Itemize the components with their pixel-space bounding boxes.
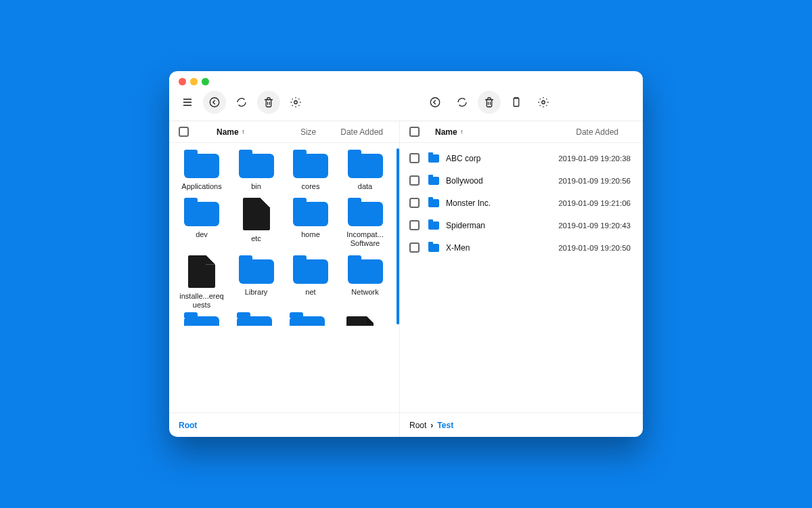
grid-item-peek[interactable]	[177, 316, 226, 326]
refresh-button-left[interactable]	[230, 91, 253, 114]
back-button-left[interactable]	[203, 91, 226, 114]
svg-rect-10	[514, 98, 519, 106]
file-manager-window: Name ↑ Size Date Added Applicationsbinco…	[169, 71, 643, 437]
grid-item-label: Applications	[181, 182, 221, 191]
select-all-checkbox-right[interactable]	[409, 127, 428, 137]
folder-icon	[428, 244, 439, 252]
grid-item[interactable]: data	[341, 150, 390, 191]
grid-item-label: data	[358, 182, 372, 191]
list-item[interactable]: Spiderman2019-01-09 19:20:43	[400, 214, 643, 236]
column-name-right[interactable]: Name ↑	[435, 127, 464, 137]
grid-item-peek[interactable]	[336, 316, 384, 326]
folder-icon	[184, 316, 219, 326]
grid-item-label: Library	[245, 288, 268, 297]
file-icon	[346, 316, 374, 326]
menu-icon[interactable]	[176, 91, 199, 114]
trash-button-right[interactable]	[478, 91, 501, 114]
file-icon	[243, 198, 270, 230]
column-size-left[interactable]: Size	[300, 127, 316, 137]
breadcrumb-segment[interactable]: Test	[437, 421, 453, 430]
grid-item[interactable]: Network	[341, 255, 390, 310]
grid-item-peek[interactable]	[230, 316, 279, 326]
list-item-name: ABC corp	[446, 154, 480, 163]
breadcrumb-left: Root	[169, 413, 399, 437]
column-date-right[interactable]: Date Added	[576, 127, 618, 137]
folder-icon	[428, 199, 439, 207]
column-name-left[interactable]: Name ↑	[217, 127, 245, 137]
grid-item[interactable]: cores	[286, 150, 335, 191]
breadcrumb-segment[interactable]: Root	[179, 421, 197, 430]
window-zoom-dot[interactable]	[202, 78, 209, 85]
folder-icon	[239, 150, 274, 178]
toolbar	[169, 88, 643, 121]
grid-item-label: net	[305, 288, 315, 297]
grid-item-label: cores	[302, 182, 320, 191]
row-checkbox[interactable]	[409, 175, 428, 186]
toolbar-right-pane	[406, 91, 636, 114]
sort-asc-icon: ↑	[242, 128, 245, 135]
column-date-left[interactable]: Date Added	[340, 127, 383, 137]
panes: Name ↑ Size Date Added Applicationsbinco…	[169, 121, 643, 412]
grid-item[interactable]: net	[286, 255, 335, 310]
window-minimize-dot[interactable]	[190, 78, 198, 85]
row-checkbox[interactable]	[409, 242, 428, 253]
left-pane: Name ↑ Size Date Added Applicationsbinco…	[169, 121, 399, 412]
select-all-checkbox-left[interactable]	[179, 127, 198, 137]
column-name-label: Name	[435, 127, 457, 137]
grid-item[interactable]: Incompat... Software	[341, 198, 390, 248]
list-item-date: 2019-01-09 19:20:43	[558, 221, 633, 230]
list-item-date: 2019-01-09 19:20:38	[558, 154, 633, 163]
grid-item[interactable]: bin	[232, 150, 281, 191]
list-item-date: 2019-01-09 19:21:06	[558, 199, 633, 207]
footer: Root Root›Test	[169, 412, 643, 437]
clipboard-button-right[interactable]	[505, 91, 528, 114]
grid-item[interactable]: etc	[232, 198, 281, 248]
breadcrumb-segment[interactable]: Root	[409, 421, 426, 430]
breadcrumb-right: Root›Test	[399, 413, 643, 437]
grid-item-peek[interactable]	[283, 316, 332, 326]
folder-icon	[348, 255, 383, 284]
list-item[interactable]: ABC corp2019-01-09 19:20:38	[400, 147, 643, 169]
scrollbar-left[interactable]	[397, 148, 399, 324]
folder-icon	[428, 221, 439, 230]
grid-item-label: etc	[251, 234, 261, 243]
grid-item[interactable]: Applications	[177, 150, 226, 191]
settings-button-left[interactable]	[284, 91, 307, 114]
row-checkbox[interactable]	[409, 153, 428, 163]
folder-icon	[239, 255, 274, 284]
right-list: ABC corp2019-01-09 19:20:38Bollywood2019…	[400, 143, 643, 412]
folder-icon	[290, 316, 325, 326]
grid-item-label: bin	[251, 182, 261, 191]
column-name-label: Name	[217, 127, 239, 137]
list-item[interactable]: Monster Inc.2019-01-09 19:21:06	[400, 192, 643, 214]
grid-item[interactable]: dev	[177, 198, 226, 248]
folder-icon	[293, 150, 328, 178]
svg-point-3	[210, 98, 219, 107]
list-item[interactable]: X-Men2019-01-09 19:20:50	[400, 236, 643, 259]
list-item-date: 2019-01-09 19:20:50	[558, 244, 633, 252]
chevron-right-icon: ›	[430, 421, 433, 430]
list-item[interactable]: Bollywood2019-01-09 19:20:56	[400, 169, 643, 192]
grid-item-label: installe...erequests	[178, 292, 225, 310]
grid-item[interactable]: Library	[232, 255, 281, 310]
folder-icon	[293, 198, 328, 226]
grid-item[interactable]: home	[286, 198, 335, 248]
right-column-header: Name ↑ Date Added	[400, 121, 643, 143]
row-checkbox[interactable]	[409, 198, 428, 208]
grid-item[interactable]: installe...erequests	[177, 255, 226, 310]
refresh-button-right[interactable]	[451, 91, 474, 114]
settings-button-right[interactable]	[532, 91, 555, 114]
grid-item-label: dev	[196, 230, 208, 239]
right-pane: Name ↑ Date Added ABC corp2019-01-09 19:…	[399, 121, 643, 412]
folder-icon	[428, 177, 439, 185]
list-item-name: Monster Inc.	[446, 198, 491, 208]
trash-button-left[interactable]	[257, 91, 280, 114]
folder-icon	[293, 255, 328, 284]
window-close-dot[interactable]	[179, 78, 186, 85]
back-button-right[interactable]	[424, 91, 447, 114]
left-grid: ApplicationsbincoresdatadevetchomeIncomp…	[169, 143, 399, 412]
svg-point-7	[430, 98, 440, 107]
row-checkbox[interactable]	[409, 220, 428, 230]
svg-point-6	[294, 101, 298, 104]
svg-point-11	[542, 101, 545, 104]
